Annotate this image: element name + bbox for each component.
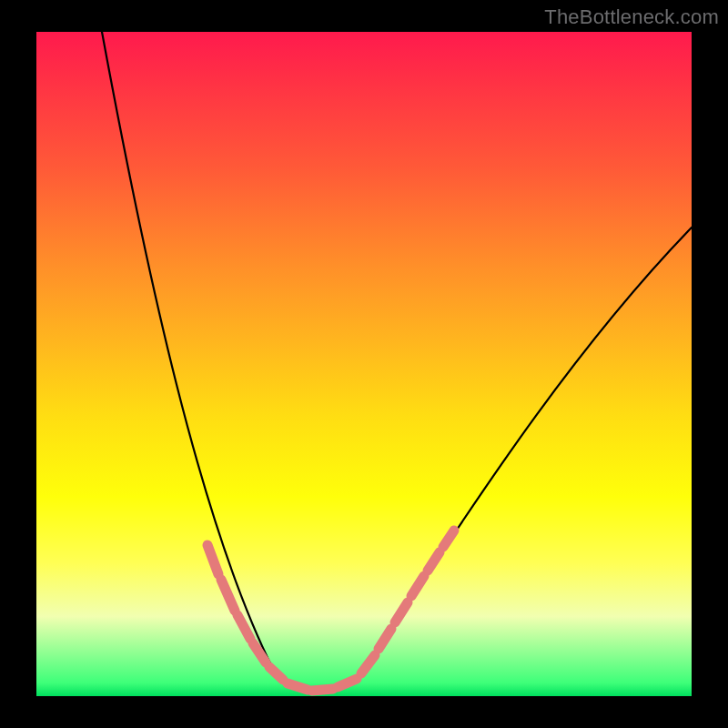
highlight-segments bbox=[207, 531, 454, 691]
watermark-text: TheBottleneck.com bbox=[544, 5, 719, 29]
highlight-segment bbox=[379, 629, 391, 649]
plot-area bbox=[36, 32, 692, 696]
curve-svg bbox=[36, 32, 692, 696]
highlight-segment bbox=[238, 615, 250, 639]
highlight-segment bbox=[428, 552, 440, 571]
highlight-segment bbox=[361, 655, 375, 673]
highlight-segment bbox=[269, 667, 283, 680]
highlight-segment bbox=[207, 545, 218, 574]
highlight-segment bbox=[312, 689, 333, 691]
highlight-segment bbox=[221, 580, 235, 611]
highlight-segment bbox=[395, 602, 408, 622]
highlight-segment bbox=[338, 679, 357, 687]
chart-frame: TheBottleneck.com bbox=[0, 0, 728, 728]
highlight-segment bbox=[443, 531, 454, 547]
highlight-segment bbox=[411, 576, 424, 596]
highlight-segment bbox=[253, 643, 266, 662]
highlight-segment bbox=[288, 683, 308, 690]
bottleneck-curve bbox=[102, 32, 692, 693]
